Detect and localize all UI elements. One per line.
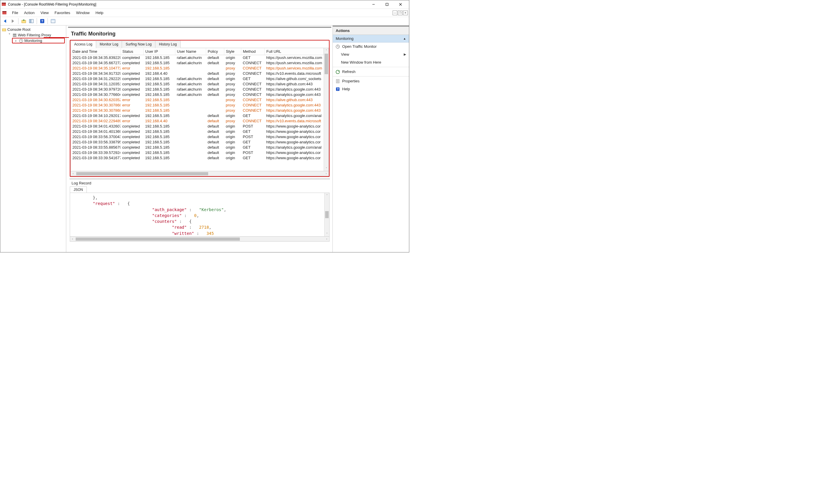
json-viewer: }, "request" : { "auth_package" : "Kerbe… — [70, 193, 330, 237]
tree-node-console-root[interactable]: Console Root — [1, 27, 65, 32]
log-table[interactable]: Date and TimeStatusUser IPUser NamePolic… — [71, 48, 324, 161]
table-row[interactable]: 2021-03-19 08:34:35.667272completed192.1… — [71, 60, 324, 66]
column-header[interactable]: Style — [224, 48, 241, 55]
table-row[interactable]: 2021-03-19 08:34:34.917329completed192.1… — [71, 71, 324, 76]
main-body: Console Root ˅ Web Filtering Proxy › — [0, 26, 409, 252]
action-refresh[interactable]: Refresh — [333, 68, 409, 76]
scroll-thumb[interactable] — [325, 54, 328, 74]
table-row[interactable]: 2021-03-19 08:34:10.292017completed192.1… — [71, 113, 324, 118]
table-row[interactable]: 2021-03-19 08:34:30.979726completed192.1… — [71, 87, 324, 92]
menu-window[interactable]: Window — [73, 9, 93, 16]
table-row[interactable]: 2021-03-19 08:34:30.307868error192.168.5… — [71, 103, 324, 108]
action-new-window[interactable]: New Window from Here — [333, 58, 409, 66]
action-label: Help — [342, 87, 350, 91]
table-cell: completed — [121, 76, 143, 82]
menu-favorites[interactable]: Favorites — [52, 9, 73, 16]
chevron-down-icon[interactable]: ˅ — [7, 33, 11, 37]
table-cell — [175, 134, 206, 140]
scroll-up-icon[interactable]: ˄ — [324, 48, 329, 53]
mdi-restore-icon[interactable]: ❐ — [398, 11, 403, 15]
table-cell: 2021-03-19 08:34:01.401369 — [71, 129, 121, 134]
maximize-button[interactable] — [380, 0, 394, 9]
table-row[interactable]: 2021-03-19 08:34:01.401369completed192.1… — [71, 129, 324, 134]
table-cell: https://v10.events.data.microsoft — [264, 71, 324, 76]
scroll-left-icon[interactable]: ‹ — [70, 237, 75, 240]
back-button[interactable] — [2, 18, 9, 24]
action-properties[interactable]: Properties — [333, 77, 409, 85]
table-row[interactable]: 2021-03-19 08:33:56.338795completed192.1… — [71, 140, 324, 145]
scroll-right-icon[interactable]: › — [324, 237, 329, 240]
collapse-icon[interactable]: ▲ — [403, 37, 406, 40]
scroll-left-icon[interactable]: ‹ — [71, 172, 76, 175]
table-row[interactable]: 2021-03-19 08:34:35.104772error192.168.5… — [71, 66, 324, 71]
menu-help[interactable]: Help — [93, 9, 106, 16]
action-view[interactable]: View ▶ — [333, 50, 409, 58]
actions-pane: Actions Monitoring ▲ Open Traffic Monito… — [333, 26, 409, 252]
chevron-right-icon[interactable]: › — [14, 39, 18, 43]
table-row[interactable]: 2021-03-19 08:33:56.370043completed192.1… — [71, 134, 324, 140]
table-row[interactable]: 2021-03-19 08:34:35.839229completed192.1… — [71, 55, 324, 61]
column-header[interactable]: User IP — [143, 48, 175, 55]
action-help[interactable]: ? Help — [333, 85, 409, 93]
table-cell: CONNECT — [241, 103, 264, 108]
table-cell: proxy — [224, 82, 241, 87]
view-pane-button[interactable] — [50, 18, 56, 24]
scroll-right-icon[interactable]: › — [324, 172, 329, 175]
table-cell: proxy — [224, 118, 241, 124]
vertical-scrollbar[interactable]: ˄ ˅ — [324, 48, 329, 171]
tab-surfing-now-log[interactable]: Surfing Now Log — [122, 41, 155, 48]
table-cell: POST — [241, 134, 264, 140]
console-tree[interactable]: Console Root ˅ Web Filtering Proxy › — [0, 26, 66, 252]
table-cell: completed — [121, 87, 143, 92]
column-header[interactable]: Date and Time — [71, 48, 121, 55]
json-content[interactable]: }, "request" : { "auth_package" : "Kerbe… — [70, 193, 324, 236]
menu-view[interactable]: View — [38, 9, 52, 16]
table-cell: https://v10.events.data.microsoft — [264, 118, 324, 124]
column-header[interactable]: Method — [241, 48, 264, 55]
close-button[interactable] — [394, 0, 407, 9]
scroll-down-icon[interactable]: ˅ — [324, 166, 329, 171]
mdi-minimize-icon[interactable]: ― — [393, 11, 397, 15]
table-row[interactable]: 2021-03-19 08:34:31.120351completed192.1… — [71, 82, 324, 87]
tab-monitor-log[interactable]: Monitor Log — [96, 41, 122, 48]
json-horizontal-scrollbar[interactable]: ‹ › — [70, 237, 330, 242]
column-header[interactable]: Policy — [206, 48, 224, 55]
forward-button[interactable] — [10, 18, 16, 24]
up-folder-button[interactable] — [21, 18, 27, 24]
table-row[interactable]: 2021-03-19 08:34:30.776604completed192.1… — [71, 92, 324, 97]
scroll-up-icon[interactable]: ˄ — [325, 193, 329, 198]
mdi-close-icon[interactable]: ✕ — [403, 11, 408, 15]
table-row[interactable]: 2021-03-19 08:34:02.229489error192.168.4… — [71, 118, 324, 124]
scroll-down-icon[interactable]: ˅ — [325, 231, 329, 236]
column-header[interactable]: Full URL — [264, 48, 324, 55]
menu-file[interactable]: File — [9, 9, 21, 16]
minimize-button[interactable] — [367, 0, 380, 9]
table-row[interactable]: 2021-03-19 08:33:39.572924completed192.1… — [71, 150, 324, 155]
table-cell: GET — [241, 129, 264, 134]
show-hide-tree-button[interactable] — [28, 18, 35, 24]
actions-group-monitoring[interactable]: Monitoring ▲ — [333, 35, 409, 43]
json-vertical-scrollbar[interactable]: ˄ ˅ — [324, 193, 329, 236]
tab-json[interactable]: JSON — [70, 186, 87, 193]
column-header[interactable]: Status — [121, 48, 143, 55]
column-header[interactable]: User Name — [175, 48, 206, 55]
table-row[interactable]: 2021-03-19 08:34:30.307868error192.168.5… — [71, 108, 324, 113]
scroll-thumb[interactable] — [325, 211, 329, 218]
menu-action[interactable]: Action — [21, 9, 38, 16]
table-cell: default — [206, 150, 224, 155]
horizontal-scrollbar[interactable]: ‹ › — [70, 171, 329, 176]
table-cell: completed — [121, 92, 143, 97]
table-row[interactable]: 2021-03-19 08:34:30.620352error192.168.5… — [71, 97, 324, 103]
tab-history-log[interactable]: History Log — [155, 41, 181, 48]
table-row[interactable]: 2021-03-19 08:33:39.541677completed192.1… — [71, 155, 324, 161]
tab-access-log[interactable]: Access Log — [70, 41, 96, 48]
table-row[interactable]: 2021-03-19 08:34:01.432607completed192.1… — [71, 124, 324, 129]
table-row[interactable]: 2021-03-19 08:33:55.885679completed192.1… — [71, 145, 324, 150]
action-open-traffic-monitor[interactable]: Open Traffic Monitor — [333, 43, 409, 50]
scroll-thumb[interactable] — [76, 237, 240, 241]
scroll-thumb[interactable] — [76, 172, 208, 175]
tree-node-monitoring[interactable]: › Monitoring — [12, 38, 65, 43]
table-row[interactable]: 2021-03-19 08:34:31.292229completed192.1… — [71, 76, 324, 82]
table-cell: error — [121, 103, 143, 108]
help-button[interactable]: ? — [39, 18, 45, 24]
